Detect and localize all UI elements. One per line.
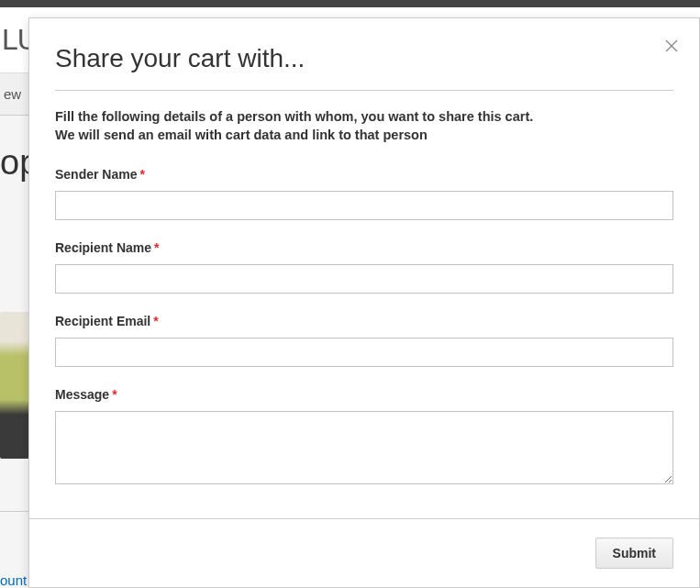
label-recipient-email: Recipient Email* — [55, 314, 673, 328]
top-bar — [0, 0, 700, 7]
required-mark: * — [153, 314, 158, 328]
input-recipient-name[interactable] — [55, 264, 673, 294]
required-mark: * — [154, 240, 159, 255]
share-cart-modal: Share your cart with... Fill the followi… — [28, 17, 700, 588]
table-footer-fragment — [0, 473, 29, 512]
input-recipient-email[interactable] — [55, 338, 673, 367]
modal-intro: Fill the following details of a person w… — [55, 107, 673, 145]
label-recipient-name: Recipient Name* — [55, 240, 673, 255]
required-mark: * — [139, 167, 144, 182]
field-message: Message* — [55, 387, 673, 488]
required-mark: * — [112, 387, 117, 402]
product-thumbnail-fragment — [0, 312, 29, 459]
modal-footer: Submit — [29, 518, 699, 587]
modal-body: Fill the following details of a person w… — [29, 91, 699, 518]
field-recipient-name: Recipient Name* — [55, 240, 673, 294]
label-message: Message* — [55, 387, 673, 402]
modal-title: Share your cart with... — [55, 44, 673, 73]
field-recipient-email: Recipient Email* — [55, 314, 673, 367]
label-sender-name: Sender Name* — [55, 167, 673, 182]
input-message[interactable] — [55, 411, 673, 484]
field-sender-name: Sender Name* — [55, 167, 673, 220]
submit-button[interactable]: Submit — [595, 538, 673, 569]
modal-header: Share your cart with... — [55, 18, 673, 91]
nav-item-fragment: ew — [0, 86, 25, 102]
input-sender-name[interactable] — [55, 191, 673, 220]
